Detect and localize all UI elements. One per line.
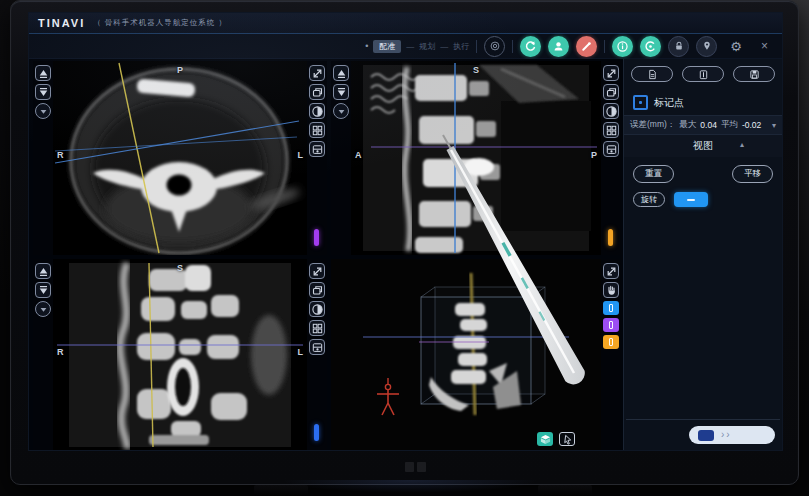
tool-swatch-icon [609,304,613,312]
sync-icon [524,40,537,53]
three-d-mode-button[interactable] [537,432,553,446]
capture-button[interactable] [603,141,619,157]
orientation-label-posterior: P [591,150,597,160]
patient-button[interactable] [548,36,569,57]
camera-target-button[interactable] [640,36,661,57]
capture-button[interactable] [309,141,325,157]
snapshot-icon [311,341,324,354]
grid-layout-button[interactable] [309,320,325,336]
settings-button[interactable]: ⚙ [724,39,748,54]
arrow-down-icon [37,86,50,99]
cube-icon [540,434,551,445]
view-section-header[interactable]: 视图 ▴ [624,135,782,157]
orientation-label-right: R [57,150,64,160]
recenter-button[interactable] [35,301,51,317]
grid-layout-button[interactable] [309,122,325,138]
slice-up-button[interactable] [333,65,349,81]
grid-layout-button[interactable] [603,122,619,138]
layers-button[interactable] [603,84,619,100]
expand-icon [605,67,618,80]
info-button[interactable] [612,36,633,57]
tool-alert-button[interactable] [576,36,597,57]
view-toggle-row: 旋转 [624,185,782,214]
axial-ct-image [53,61,307,255]
arrow-down-icon [335,86,348,99]
toolbar-divider [476,40,477,53]
slice-up-button[interactable] [35,65,51,81]
monitor-stand-foot-right [538,485,592,496]
contrast-button[interactable] [603,103,619,119]
pan-hand-button[interactable] [603,282,619,298]
recenter-button[interactable] [35,103,51,119]
layers-button[interactable] [309,282,325,298]
contrast-icon [311,105,324,118]
brand-logo: TINAVI [38,17,85,29]
slice-up-button[interactable] [35,263,51,279]
grid-icon [311,124,324,137]
top-toolbar: • 配准 — 规划 — 执行 [29,34,782,59]
sagittal-right-toolbar [601,61,621,255]
axial-slice-slider[interactable] [314,229,319,246]
probe-view-blue-button[interactable] [603,301,619,315]
chevron-up-icon: ▴ [740,140,744,149]
toolbar-divider [512,40,513,53]
fullscreen-button[interactable] [603,65,619,81]
rotate-view-button[interactable]: 旋转 [633,192,665,207]
recenter-button[interactable] [333,103,349,119]
surgical-tool-icon [580,40,593,53]
tab-export-file[interactable] [733,66,775,82]
layers-button[interactable] [309,84,325,100]
probe-view-orange-button[interactable] [603,335,619,349]
hand-icon [605,284,618,297]
fullscreen-button[interactable] [309,65,325,81]
orientation-label-anterior: A [355,150,362,160]
expand-icon [605,265,618,278]
camera-control-button[interactable]: ›› [689,426,775,444]
slice-down-button[interactable] [333,84,349,100]
toggle-mark-icon [687,199,695,201]
step-planning[interactable]: 规划 [419,41,435,52]
step-execute[interactable]: 执行 [453,41,469,52]
fullscreen-button[interactable] [309,263,325,279]
three-d-spine-render [331,259,601,450]
tracker-status-button[interactable] [484,36,505,57]
step-separator: — [440,42,448,51]
scene-reset-button[interactable] [559,432,575,446]
snapshot-icon [605,143,618,156]
contrast-button[interactable] [309,301,325,317]
sagittal-slice-slider[interactable] [608,229,613,246]
three-d-scene[interactable] [331,259,601,450]
tab-edit-file[interactable] [682,66,724,82]
coronal-right-toolbar [307,259,327,450]
slice-down-button[interactable] [35,282,51,298]
capture-button[interactable] [309,339,325,355]
pencil-document-icon [698,69,709,80]
lock-button[interactable] [668,36,689,57]
coronal-slice-slider[interactable] [314,424,319,441]
step-active[interactable]: 配准 [373,40,401,53]
location-button[interactable] [696,36,717,57]
slice-down-button[interactable] [35,84,51,100]
axial-ct-view[interactable]: P R L [53,61,307,255]
probe-view-purple-button[interactable] [603,318,619,332]
reset-view-button[interactable]: 重置 [633,165,674,183]
view-mode-toggle[interactable] [674,192,708,207]
sagittal-ct-view[interactable]: S A P [351,61,601,255]
gear-icon: ⚙ [730,39,742,54]
fullscreen-button[interactable] [603,263,619,279]
pan-view-button[interactable]: 平移 [732,165,773,183]
contrast-button[interactable] [309,103,325,119]
application-screen: TINAVI （ 骨科手术机器人导航定位系统 ） • 配准 — 规划 — 执行 [28,12,783,451]
coronal-ct-view[interactable]: S R L [53,259,307,450]
chevron-down-icon[interactable]: ▾ [772,121,776,130]
close-button[interactable]: × [755,39,774,53]
marker-row[interactable]: 标记点 [624,88,782,115]
sync-button[interactable] [520,36,541,57]
tab-plan-file[interactable] [631,66,673,82]
step-bullet-icon: • [365,41,368,51]
registration-error-row: 误差(mm)： 最大 0.04 平均 -0.02 ▾ [624,115,782,135]
marker-icon [633,95,648,110]
arrow-up-icon [37,265,50,278]
orientation-label-left: L [298,150,304,160]
target-icon [644,40,657,53]
